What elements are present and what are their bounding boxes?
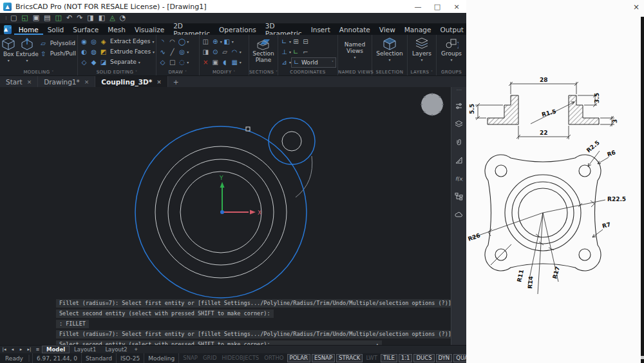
panel-scrollbar[interactable]: [641, 17, 644, 363]
dropdown-caret-icon[interactable]: ▾: [232, 39, 234, 44]
toggle-annotation-scale[interactable]: 1:1: [399, 354, 413, 362]
prev-tab-icon[interactable]: ◂: [8, 347, 17, 352]
explode-icon[interactable]: ▣: [211, 57, 220, 66]
next-tab-icon[interactable]: ▸: [17, 347, 25, 352]
trim-icon[interactable]: ▱: [220, 47, 230, 56]
extrude-button[interactable]: Extrude ▾: [16, 36, 39, 64]
toggle-hideobjects[interactable]: HIDEOBJECTS: [220, 355, 261, 362]
redo-icon[interactable]: ↷: [77, 14, 82, 23]
selection-button[interactable]: Selection ▾: [374, 36, 406, 63]
dropdown-caret-icon[interactable]: ▾: [26, 57, 28, 64]
properties-panel-icon[interactable]: [455, 102, 463, 110]
tab-visualize[interactable]: Visualize: [130, 24, 169, 35]
group-expand-icon[interactable]: ˅: [185, 70, 187, 74]
ucs-icon[interactable]: ∟: [279, 37, 289, 46]
save-icon[interactable]: ▣: [33, 14, 39, 23]
toggle-grid[interactable]: GRID: [201, 355, 219, 362]
section-plane-button[interactable]: Section Plane: [251, 36, 276, 63]
tab-insert[interactable]: Insert: [307, 24, 335, 35]
named-views-button[interactable]: Named Views ▾: [339, 36, 370, 61]
minimize-button[interactable]: —: [408, 3, 428, 11]
structure-panel-icon[interactable]: [455, 192, 463, 201]
dropdown-caret-icon[interactable]: ▾: [187, 60, 189, 64]
reports-panel-icon[interactable]: [455, 156, 463, 164]
polysolid-button[interactable]: ▱ Polysolid: [39, 38, 76, 48]
entity-grip[interactable]: [246, 127, 250, 131]
dropdown-caret-icon[interactable]: ▾: [8, 57, 10, 64]
command-input-line[interactable]: Select second entity (select with presse…: [56, 340, 382, 345]
ucs-face-icon[interactable]: ⊟: [301, 37, 310, 46]
dropdown-caret-icon[interactable]: ▾: [421, 57, 422, 63]
draw-line-icon[interactable]: ╱: [167, 47, 177, 56]
attachments-panel-icon[interactable]: [455, 138, 463, 146]
fields-panel-icon[interactable]: f(x): [455, 174, 463, 182]
extract-edges-button[interactable]: ◈ Extract Edges ▾: [99, 36, 154, 46]
save-all-icon[interactable]: ▤: [44, 14, 50, 23]
toggle-ortho[interactable]: ORTHO: [262, 355, 285, 362]
workspace-icon[interactable]: ◬: [109, 14, 115, 23]
status-text-style[interactable]: Standard: [81, 353, 116, 363]
doc-tab-start[interactable]: Start ×: [0, 76, 38, 87]
layers-button[interactable]: Layers ▾: [409, 36, 435, 63]
fillet-icon[interactable]: ◠: [230, 47, 240, 56]
dropdown-caret-icon[interactable]: ▾: [187, 39, 189, 44]
dropdown-caret-icon[interactable]: ▾: [187, 50, 189, 54]
array-icon[interactable]: ▦: [230, 57, 240, 66]
layout-tab-layout1[interactable]: Layout1: [70, 346, 100, 353]
toggle-tile[interactable]: TILE: [381, 354, 397, 362]
toggle-ducs[interactable]: DUCS: [413, 354, 434, 362]
close-button[interactable]: ×: [447, 3, 466, 11]
status-dim-style[interactable]: ISO-25: [116, 353, 144, 363]
layers-panel-icon[interactable]: [455, 120, 463, 128]
stretch-icon[interactable]: ◨: [201, 47, 211, 56]
group-expand-icon[interactable]: ˅: [431, 70, 433, 74]
bolt-hole-circle[interactable]: [282, 132, 301, 151]
ucs-3point-icon[interactable]: ⊿: [279, 57, 289, 66]
ucs-previous-icon[interactable]: ⊥: [279, 47, 289, 56]
tab-view[interactable]: View: [375, 24, 400, 35]
doc-tab-coupling-3d[interactable]: Coupling_3D* ×: [95, 76, 167, 87]
new-tab-button[interactable]: +: [168, 76, 184, 87]
pushpull-button[interactable]: ⇧ Push/Pull: [39, 48, 76, 59]
toggle-esnap[interactable]: ESNAP: [312, 354, 335, 362]
tab-solid[interactable]: Solid: [43, 24, 69, 35]
drawing-canvas[interactable]: Y X Fillet (radius=7): Select first enti…: [0, 87, 466, 345]
offset-icon[interactable]: ◖: [220, 57, 230, 66]
selected-lobe-circle[interactable]: [269, 118, 315, 164]
tab-list-icon[interactable]: ≡: [33, 347, 42, 352]
group-expand-icon[interactable]: ˅: [135, 70, 137, 74]
tab-manage[interactable]: Manage: [400, 24, 436, 35]
toggle-snap[interactable]: SNAP: [181, 355, 200, 362]
dropdown-caret-icon[interactable]: ▾: [240, 50, 242, 54]
tab-annotate[interactable]: Annotate: [335, 24, 375, 35]
ucs-world-icon[interactable]: ∟: [291, 47, 301, 56]
group-expand-icon[interactable]: ˅: [52, 70, 53, 74]
undo-icon[interactable]: ↶: [66, 14, 72, 23]
first-tab-icon[interactable]: |◂: [0, 347, 8, 352]
toggle-lwt[interactable]: LWT: [364, 355, 379, 362]
application-button[interactable]: ▲˅: [4, 25, 12, 34]
shell-icon[interactable]: ◇: [79, 57, 89, 66]
group-expand-icon[interactable]: ˅: [233, 70, 235, 74]
dock-grip-icon[interactable]: ⋯: [457, 88, 462, 92]
draw-circle-icon[interactable]: ◯: [177, 37, 187, 46]
tab-close-icon[interactable]: ×: [156, 79, 162, 85]
status-workspace[interactable]: Modeling: [144, 353, 178, 363]
erase-icon[interactable]: ×: [201, 57, 211, 66]
tab-surface[interactable]: Surface: [68, 24, 103, 35]
last-tab-icon[interactable]: ▸|: [25, 347, 33, 352]
ucs-z-icon[interactable]: ⌐: [301, 47, 310, 56]
dropdown-caret-icon[interactable]: ▾: [153, 50, 155, 54]
scale-icon[interactable]: ⊙: [211, 47, 220, 56]
ucs-origin-icon[interactable]: ⊞: [291, 37, 301, 46]
dropdown-caret-icon[interactable]: ▾: [152, 39, 154, 44]
mirror-icon[interactable]: ◧: [222, 37, 232, 46]
copy-icon[interactable]: ◨: [87, 14, 93, 23]
draw-rectangle-icon[interactable]: □: [167, 57, 177, 66]
layout-tab-layout2[interactable]: Layout2: [100, 346, 131, 353]
draw-polygon-icon[interactable]: ◇: [158, 57, 167, 66]
layout-tab-model[interactable]: Model: [42, 346, 70, 353]
open-file-icon[interactable]: ◱: [21, 14, 28, 23]
toggle-strack[interactable]: STRACK: [336, 354, 363, 362]
dropdown-caret-icon[interactable]: ▾: [138, 60, 140, 64]
